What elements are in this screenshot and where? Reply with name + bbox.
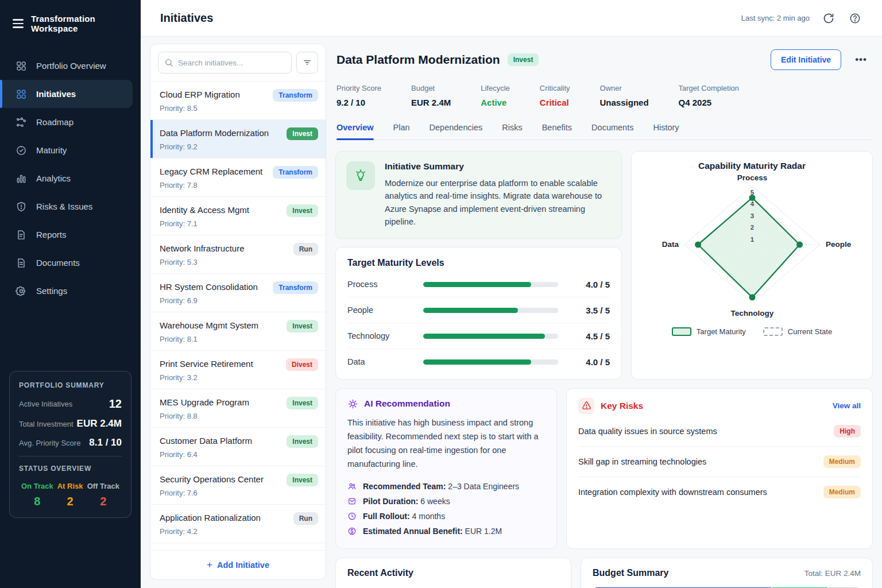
sidebar-item-label: Documents [36,258,80,268]
meta-value: Q4 2025 [679,98,740,107]
summary-value: EUR 2.4M [77,418,122,430]
risk-row: Skill gap in streaming technologiesMediu… [578,447,861,477]
maturity-value: 4.5 / 5 [577,331,610,341]
more-options-button[interactable]: ••• [850,52,872,68]
menu-icon[interactable] [13,19,24,28]
sidebar-item-roadmap[interactable]: Roadmap [0,108,141,136]
maturity-row: Technology4.5 / 5 [347,323,610,349]
sidebar-item-documents[interactable]: Documents [0,249,141,277]
clock-icon [347,512,357,521]
list-item[interactable]: Cloud ERP MigrationPriority: 8.5Transfor… [150,82,326,120]
search-icon [164,58,173,67]
tab-documents[interactable]: Documents [591,123,633,140]
category-badge: Invest [287,474,318,486]
list-item[interactable]: Network InfrastructurePriority: 5.3Run [150,235,326,274]
svg-text:Data: Data [662,240,679,249]
severity-badge: Medium [823,486,861,498]
status-value: 2 [87,495,119,508]
portfolio-summary-card: PORTFOLIO SUMMARY Active Initiatives12To… [9,371,131,518]
sidebar-item-risks-issues[interactable]: Risks & Issues [0,192,141,220]
risk-row: Data quality issues in source systemsHig… [578,416,861,447]
tab-plan[interactable]: Plan [393,123,410,140]
maturity-label: Technology [347,331,415,341]
ai-fact-row: Recommended Team: 2–3 Data Engineers [347,479,545,494]
meta-row: Priority Score9.2 / 10BudgetEUR 2.4MLife… [335,84,873,107]
list-item[interactable]: MES Upgrade ProgramPriority: 8.8Invest [150,389,326,428]
list-item[interactable]: Customer Data PlatformPriority: 6.4Inves… [150,428,326,466]
meta-label: Owner [600,84,649,92]
add-initiative-button[interactable]: + Add Initiative [207,559,269,571]
summary-row: Active Initiatives12 [19,397,122,411]
settings-icon [16,285,27,297]
filter-icon [303,58,312,67]
list-item[interactable]: Identity & Access MgmtPriority: 7.1Inves… [150,197,326,235]
category-badge: Invest [287,320,318,332]
lightbulb-icon [346,161,375,190]
initiative-priority: Priority: 4.2 [160,527,316,536]
sidebar-item-label: Reports [36,230,67,239]
status-value: 2 [57,495,83,508]
list-item[interactable]: HR System ConsolidationPriority: 6.9Tran… [150,274,326,312]
tab-dependencies[interactable]: Dependencies [430,123,483,140]
list-item[interactable]: Print Service RetirementPriority: 3.2Div… [150,351,326,389]
tab-history[interactable]: History [653,123,679,140]
sidebar-item-maturity[interactable]: Maturity [0,136,141,164]
list-item[interactable]: Application RationalizationPriority: 4.2… [150,505,326,543]
list-item[interactable]: Legacy CRM ReplacementPriority: 7.8Trans… [150,158,326,197]
summary-title: Initiative Summary [385,161,611,172]
initiative-priority: Priority: 8.5 [160,104,316,113]
initiative-priority: Priority: 8.1 [160,335,316,343]
tab-risks[interactable]: Risks [502,123,522,140]
status-value: 8 [21,495,53,508]
sidebar-item-settings[interactable]: Settings [0,277,141,305]
meta-label: Lifecycle [481,84,510,92]
sidebar-item-analytics[interactable]: Analytics [0,164,141,192]
tab-benefits[interactable]: Benefits [542,123,572,140]
risk-row: Integration complexity with downstream c… [578,477,861,507]
reports-icon [16,229,27,241]
refresh-icon[interactable] [821,11,836,26]
initiatives-icon [16,88,27,100]
list-item[interactable]: Security Operations CenterPriority: 7.6I… [150,466,326,505]
list-item[interactable]: Data Platform ModernizationPriority: 9.2… [150,120,326,158]
view-all-link[interactable]: View all [833,401,861,410]
maturity-label: Data [347,357,415,366]
edit-initiative-button[interactable]: Edit Initiative [771,49,841,70]
maturity-value: 4.0 / 5 [577,280,610,289]
filter-button[interactable] [296,52,318,74]
sidebar-item-reports[interactable]: Reports [0,220,141,249]
sidebar-item-portfolio-overview[interactable]: Portfolio Overview [0,52,141,80]
status-at-risk: At Risk2 [57,482,83,508]
sidebar-nav: Portfolio OverviewInitiativesRoadmapMatu… [0,52,141,305]
tab-overview[interactable]: Overview [336,123,374,140]
sidebar-item-initiatives[interactable]: Initiatives [0,80,133,108]
summary-value: 8.1 / 10 [89,437,122,448]
sidebar-item-label: Initiatives [36,89,76,99]
legend-item-current-state: Current State [763,327,832,336]
summary-label: Avg. Priority Score [19,439,80,447]
maturity-row: Process4.0 / 5 [347,272,610,297]
category-badge: Invest [287,127,318,140]
meta-target-completion: Target CompletionQ4 2025 [679,84,740,107]
maturity-progress-fill [423,308,518,313]
initiative-priority: Priority: 9.2 [160,142,316,151]
meta-owner: OwnerUnassigned [600,84,649,107]
category-badge: Transform [273,166,318,179]
search-input[interactable] [178,59,285,67]
maturity-icon [16,145,27,156]
team-icon [347,482,357,491]
maturity-progress-fill [423,359,531,365]
sidebar-item-label: Portfolio Overview [36,61,106,71]
warning-icon [578,398,594,414]
maturity-progress-fill [423,282,531,287]
budget-total: Total: EUR 2.4M [804,569,861,578]
sidebar-item-label: Maturity [36,145,67,155]
help-icon[interactable] [848,11,862,26]
legend-item-target-maturity: Target Maturity [672,327,746,336]
svg-text:1: 1 [750,236,754,243]
budget-title: Budget Summary [593,568,668,578]
status-off-track: Off Track2 [87,482,119,508]
svg-text:5: 5 [750,189,754,196]
list-item[interactable]: Warehouse Mgmt SystemPriority: 8.1Invest [150,312,326,351]
sidebar-item-label: Roadmap [36,117,74,127]
